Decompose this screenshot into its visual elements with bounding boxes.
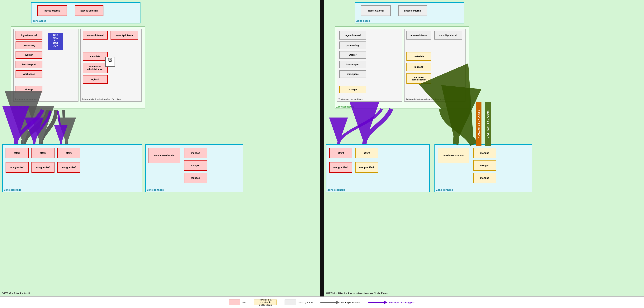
legend-passif-box [284,299,296,305]
legend-passif-label: passif (éteint) [298,301,312,304]
sub-ref-site2: access-internal security-internal metada… [404,29,466,102]
legend-strategie-default: stratégie "default" [320,300,360,304]
s1-batch-report: batch-report [16,61,42,68]
s1-storage: storage [16,86,42,93]
s2-mongos: mongos [473,148,496,158]
s2-storage: storage [339,86,366,93]
s2-mongoc: mongoc [473,160,496,171]
s1-offer3: offer3 [32,148,54,158]
s1-processing: processing [16,42,42,49]
popup-bdo-misc: BDO MISC AU GOT JCV [48,33,63,50]
s1-ingest-internal: ingest-internal [16,31,42,40]
legend-actif: actif [229,299,246,305]
sites-row: ingest-external access-external Zone acc… [0,0,644,296]
s2-metadata: metadata [406,52,432,61]
sub-traitement-site1-label: Traitement des archives [15,98,39,100]
ref-jop-site1: REF JOP [105,57,115,67]
s1-workspace: workspace [16,70,42,78]
legend-strategie-default-label: stratégie "default" [341,301,360,304]
zone-app-site2: ingest-internal processing worker batch-… [335,26,469,109]
s1-mongo-offer3: mongo-offer3 [32,162,54,173]
sub-ref-site1-label: Référentiels & métadonnées d'archives [82,98,121,100]
s2-logbook: logbook [406,63,432,71]
s2-functional-admin: functional-administration [406,73,432,84]
s2-offer4: offer4 [329,148,352,158]
zone-donnees-site1-label: Zone données [147,188,164,191]
s1-functional-admin: functional-administration [83,63,108,73]
legend-passif: passif (éteint) [284,299,312,305]
zone-acces-site2-label: Zone accès [356,20,370,22]
s2-mongo-offer2: mongo-offer2 [355,162,378,173]
zone-acces-site1: ingest-external access-external Zone acc… [31,2,140,24]
main-container: ingest-external access-external Zone acc… [0,0,644,308]
s1-offer5: offer5 [58,148,80,158]
zone-stockage-site2: offer4 offer2 mongo-offer4 mongo-offer2 … [326,144,430,192]
sites-divider [320,0,324,296]
s2-security-internal: security-internal [434,31,462,40]
legend-actif-label: actif [242,301,246,304]
s1-ingest-external-box: ingest-external [37,5,67,16]
zone-donnees-site1: elasticsearch-data mongos mongoc mongod … [145,144,243,192]
s1-mongo-offer1: mongo-offer1 [6,162,28,173]
legend-arrow-purple [368,300,388,304]
s2-offer2: offer2 [355,148,378,158]
legend-strategie-all: stratégie "strategyAll" [368,300,415,304]
site1: ingest-external access-external Zone acc… [0,0,320,296]
legend-reconstruction-label: participe à la reconstructionau fil de l… [254,298,276,307]
s2-access-internal: access-internal [406,31,432,40]
zone-stockage-site2-label: Zone stockage [328,188,345,191]
legend-reconstruction: participe à la reconstructionau fil de l… [254,299,277,305]
s1-worker: worker [16,51,42,59]
s2-ingest-external-box: ingest-external [361,5,391,16]
s2-batch-report: batch-report [339,61,366,68]
site2: ingest-external access-external Zone acc… [324,0,644,296]
s1-logbook: logbook [83,75,108,84]
legend-strategie-all-label: stratégie "strategyAll" [389,301,415,304]
sub-traitement-site1: ingest-internal processing worker batch-… [13,29,78,102]
s2-access-external-box: access-external [398,5,427,16]
reconstruction-label-1: RECONSTRUCTION [476,102,482,146]
s1-mongo-offer5: mongo-offer5 [58,162,80,173]
zone-app-site1-label: Zone applicative [12,105,30,108]
s1-mongoc: mongoc [184,160,207,171]
s1-metadata: metadata [83,52,108,61]
s2-mongod: mongod [473,173,496,183]
s1-security-internal: security-internal [110,31,138,40]
zone-app-site2-label: Zone applicative [336,105,354,108]
sub-traitement-site2-label: Traitement des archives [338,98,362,100]
s1-mongos: mongos [184,148,207,158]
sub-traitement-site2: ingest-internal processing worker batch-… [337,29,402,102]
zone-acces-site2: ingest-external access-external Zone acc… [355,2,464,24]
site2-label: VITAM - Site 2 - Reconstruction au fil d… [326,292,388,295]
s2-mongo-offer4: mongo-offer4 [329,162,352,173]
s1-mongod: mongod [184,173,207,183]
legend-actif-box [229,299,240,305]
s2-ingest-internal: ingest-internal [339,31,366,40]
s1-offer1: offer1 [6,148,28,158]
reconstruction-label-2: RECONSTRUCTION [485,102,491,146]
zone-stockage-site1: offer1 offer3 offer5 mongo-offer1 mongo-… [2,144,142,192]
legend-row: actif participe à la reconstructionau fi… [0,296,644,308]
zone-app-site1: ingest-internal processing worker batch-… [11,26,145,109]
s1-access-internal: access-internal [83,31,108,40]
s1-access-external-box: access-external [75,5,104,16]
s1-elasticsearch-data: elasticsearch-data [148,148,180,163]
s2-workspace: workspace [339,70,366,78]
s2-worker: worker [339,51,366,59]
sub-ref-site2-label: Référentiels & métadonnées d'archives [406,98,445,100]
zone-stockage-site1-label: Zone stockage [4,188,21,191]
legend-reconstruction-box: participe à la reconstructionau fil de l… [254,299,277,305]
zone-acces-site1-label: Zone accès [32,20,46,22]
site1-label: VITAM - Site 1 - Actif [2,292,30,295]
zone-donnees-site2-label: Zone données [436,188,453,191]
s2-processing: processing [339,42,366,49]
legend-arrow-default [320,300,340,304]
s2-elasticsearch-data: elasticsearch-data [438,148,470,163]
zone-donnees-site2: elasticsearch-data mongos mongoc mongod … [434,144,532,192]
